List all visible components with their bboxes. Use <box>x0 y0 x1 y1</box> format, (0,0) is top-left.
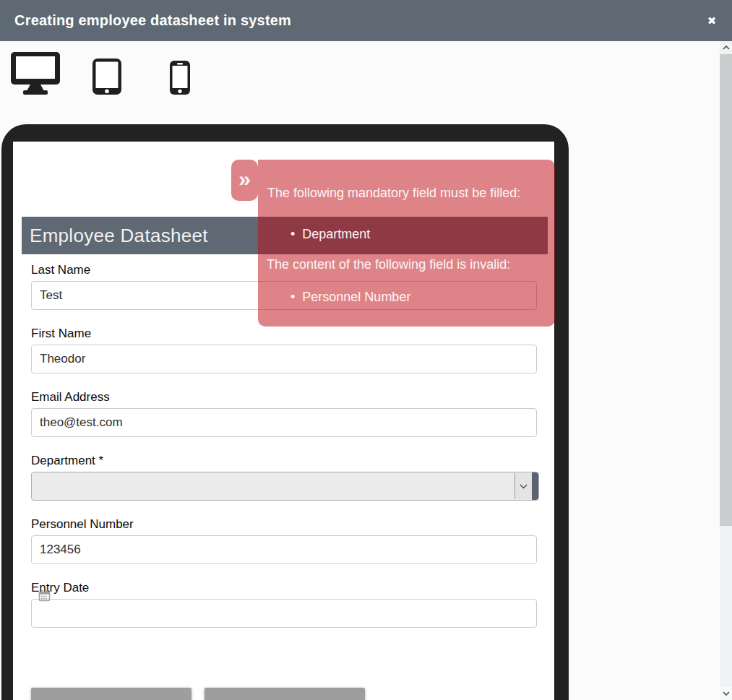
validation-message-panel: The following mandatory field must be fi… <box>258 160 555 327</box>
modal-title: Creating employee datasheet in system <box>0 12 291 29</box>
first-name-label: First Name <box>31 327 537 341</box>
personnel-number-label: Personnel Number <box>31 517 537 532</box>
preview-action-button-left[interactable] <box>31 688 191 700</box>
double-chevron-right-icon: » <box>238 168 251 190</box>
desktop-preview-button[interactable] <box>11 52 60 98</box>
validation-expander-tab[interactable]: » <box>231 160 258 201</box>
bullet-icon: • <box>290 217 295 252</box>
phone-icon <box>170 61 190 95</box>
mandatory-message: The following mandatory field must be fi… <box>267 186 520 201</box>
first-name-input[interactable] <box>31 345 537 373</box>
entry-date-label: Entry Date <box>31 581 537 595</box>
phone-preview-button[interactable] <box>170 61 190 98</box>
field-first-name: First Name <box>31 327 537 373</box>
chevron-down-icon <box>520 484 528 489</box>
scroll-down-button[interactable] <box>720 687 732 700</box>
entry-date-input[interactable] <box>31 599 537 628</box>
field-email: Email Address <box>31 390 537 437</box>
tablet-icon <box>92 59 121 95</box>
close-icon: ✖ <box>707 14 717 27</box>
field-personnel-number: Personnel Number <box>31 517 537 564</box>
vertical-scrollbar[interactable] <box>720 41 732 700</box>
desktop-icon <box>11 52 60 95</box>
tablet-preview-button[interactable] <box>92 59 121 98</box>
scroll-up-button[interactable] <box>720 41 732 54</box>
scrollbar-thumb[interactable] <box>720 54 732 526</box>
email-label: Email Address <box>31 390 537 405</box>
department-label: Department * <box>31 454 537 468</box>
modal-dialog: Employee Datasheet Last Name First Name … <box>0 0 732 700</box>
select-scroll-handle <box>532 472 538 500</box>
preview-action-button-right[interactable] <box>204 688 365 700</box>
close-button[interactable]: ✖ <box>701 0 723 41</box>
field-entry-date: Entry Date <box>31 581 537 628</box>
personnel-number-input[interactable] <box>31 535 537 564</box>
mandatory-item-department: •Department <box>258 217 555 254</box>
invalid-item-personnel-number: •Personnel Number <box>258 283 555 311</box>
field-department: Department * <box>31 454 537 501</box>
invalid-message: The content of the following field is in… <box>267 257 510 272</box>
department-select[interactable] <box>31 472 539 501</box>
bullet-icon: • <box>290 283 295 311</box>
select-dropdown-button[interactable] <box>514 473 532 499</box>
modal-titlebar: Creating employee datasheet in system ✖ <box>0 0 732 41</box>
chevron-down-icon <box>723 691 730 696</box>
email-input[interactable] <box>31 408 537 437</box>
chevron-up-icon <box>723 46 730 50</box>
